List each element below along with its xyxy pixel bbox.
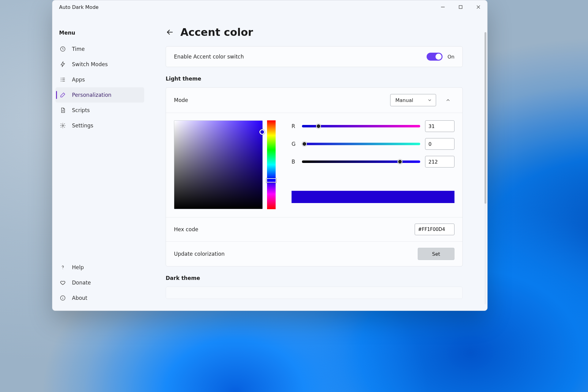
section-title-dark: Dark theme xyxy=(166,275,463,281)
sidebar: Menu Time Switch Modes Apps xyxy=(52,14,147,311)
back-button[interactable] xyxy=(166,28,174,36)
chevron-down-icon xyxy=(427,98,432,103)
b-label: B xyxy=(292,159,297,165)
sidebar-item-label: Time xyxy=(72,46,85,52)
mode-label: Mode xyxy=(174,97,188,103)
g-thumb[interactable] xyxy=(302,141,307,146)
sidebar-item-label: Settings xyxy=(72,123,93,129)
scrollbar-thumb[interactable] xyxy=(484,32,486,204)
sidebar-item-about[interactable]: About xyxy=(55,290,144,306)
accent-toggle-card: Enable Accent color switch On xyxy=(166,46,463,67)
app-window: Auto Dark Mode Menu Time xyxy=(52,0,488,311)
minimize-icon xyxy=(441,5,445,9)
svg-point-2 xyxy=(62,125,64,126)
page-title: Accent color xyxy=(180,26,253,38)
b-input[interactable] xyxy=(425,156,454,168)
sidebar-item-apps[interactable]: Apps xyxy=(55,72,144,87)
mode-dropdown-value: Manual xyxy=(395,97,413,103)
sv-cursor[interactable] xyxy=(259,129,265,135)
sidebar-item-label: Donate xyxy=(72,280,91,286)
colorize-label: Update colorization xyxy=(174,251,224,257)
scrollbar[interactable] xyxy=(484,32,486,304)
sidebar-item-label: Scripts xyxy=(72,107,90,113)
sidebar-item-label: Help xyxy=(72,264,84,270)
r-slider[interactable] xyxy=(302,124,420,128)
saturation-value-picker[interactable] xyxy=(174,120,263,209)
sidebar-item-personalization[interactable]: Personalization xyxy=(55,87,144,103)
list-icon xyxy=(60,77,66,83)
b-slider[interactable] xyxy=(302,160,420,164)
g-label: G xyxy=(292,141,297,147)
arrow-left-icon xyxy=(166,28,174,36)
heart-icon xyxy=(60,280,66,286)
gear-icon xyxy=(60,123,66,129)
maximize-button[interactable] xyxy=(452,0,469,14)
r-label: R xyxy=(292,123,297,129)
accent-toggle[interactable] xyxy=(427,53,443,61)
sidebar-item-label: Personalization xyxy=(72,92,111,98)
bolt-icon xyxy=(60,61,66,67)
sidebar-item-label: Switch Modes xyxy=(72,61,108,67)
sidebar-item-settings[interactable]: Settings xyxy=(55,118,144,133)
r-thumb[interactable] xyxy=(316,124,321,129)
mode-dropdown[interactable]: Manual xyxy=(390,94,436,106)
expander-toggle[interactable] xyxy=(442,94,454,107)
svg-rect-0 xyxy=(459,6,462,9)
minimize-button[interactable] xyxy=(434,0,452,14)
toggle-knob xyxy=(435,54,442,60)
close-icon xyxy=(476,5,481,9)
clock-icon xyxy=(60,46,66,52)
maximize-icon xyxy=(458,5,463,9)
sidebar-item-help[interactable]: Help xyxy=(55,260,144,275)
help-icon xyxy=(60,264,66,270)
document-icon xyxy=(60,107,66,113)
hex-input[interactable] xyxy=(415,224,454,235)
light-theme-card: Mode Manual xyxy=(166,87,463,266)
svg-point-5 xyxy=(62,297,63,297)
accent-toggle-state: On xyxy=(447,54,454,60)
dark-theme-card xyxy=(166,287,463,299)
menu-heading: Menu xyxy=(59,30,144,36)
brush-icon xyxy=(60,92,66,98)
close-button[interactable] xyxy=(469,0,487,14)
b-row: B xyxy=(292,156,454,168)
sidebar-item-switch-modes[interactable]: Switch Modes xyxy=(55,57,144,72)
svg-point-3 xyxy=(62,269,63,269)
g-slider[interactable] xyxy=(302,142,420,146)
page-header: Accent color xyxy=(147,14,481,46)
r-input[interactable] xyxy=(425,120,454,132)
b-thumb[interactable] xyxy=(398,159,402,164)
color-preview xyxy=(292,191,454,203)
chevron-up-icon xyxy=(445,97,451,103)
hex-label: Hex code xyxy=(174,226,198,232)
sidebar-item-scripts[interactable]: Scripts xyxy=(55,103,144,118)
hue-thumb[interactable] xyxy=(266,178,276,183)
g-input[interactable] xyxy=(425,138,454,150)
sidebar-item-donate[interactable]: Donate xyxy=(55,275,144,290)
set-button[interactable]: Set xyxy=(418,248,454,260)
sidebar-item-label: Apps xyxy=(72,77,85,83)
sidebar-item-label: About xyxy=(72,295,87,301)
app-title: Auto Dark Mode xyxy=(59,4,99,10)
titlebar: Auto Dark Mode xyxy=(52,0,487,14)
g-row: G xyxy=(292,138,454,150)
section-title-light: Light theme xyxy=(166,76,463,82)
content-pane: Accent color Enable Accent color switch … xyxy=(147,14,487,311)
info-icon xyxy=(60,295,66,301)
r-row: R xyxy=(292,120,454,132)
hue-slider[interactable] xyxy=(267,120,276,209)
accent-toggle-label: Enable Accent color switch xyxy=(174,54,244,60)
sidebar-item-time[interactable]: Time xyxy=(55,41,144,57)
